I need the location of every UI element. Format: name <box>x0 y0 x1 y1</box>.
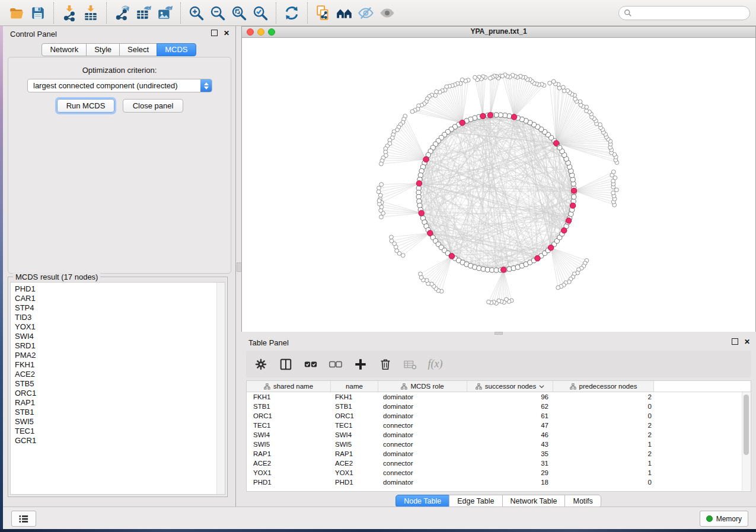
table-row[interactable]: SWI4SWI4dominator462 <box>247 430 751 440</box>
mcds-node-item[interactable]: TEC1 <box>11 427 225 436</box>
import-network-button[interactable] <box>59 2 80 24</box>
mcds-node-item[interactable]: PHD1 <box>11 283 225 294</box>
cell-successor-nodes[interactable]: 61 <box>467 412 553 419</box>
mcds-node-item[interactable]: STB1 <box>11 408 225 417</box>
cell-predecessor-nodes[interactable]: 0 <box>553 412 654 419</box>
network-window-titlebar[interactable]: YPA_prune.txt_1 <box>242 27 755 38</box>
optimization-criterion-select[interactable]: largest connected component (undirected) <box>27 79 212 92</box>
cell-name[interactable]: YOX1 <box>331 469 378 476</box>
export-image-button[interactable] <box>154 2 176 24</box>
cell-successor-nodes[interactable]: 43 <box>467 441 553 448</box>
maximize-window-icon[interactable] <box>268 28 275 36</box>
cell-mcds-role[interactable]: connector <box>378 422 467 429</box>
tab-network[interactable]: Network <box>42 43 87 56</box>
search-input[interactable] <box>636 8 745 18</box>
column-header-name[interactable]: name <box>331 381 378 392</box>
tab-node-table[interactable]: Node Table <box>395 495 449 508</box>
cell-successor-nodes[interactable]: 47 <box>467 422 553 429</box>
close-panel-icon[interactable]: ✕ <box>224 30 229 36</box>
refresh-layout-button[interactable] <box>281 2 302 24</box>
cell-shared-name[interactable]: FKH1 <box>247 393 331 400</box>
cell-mcds-role[interactable]: dominator <box>378 431 467 438</box>
cell-successor-nodes[interactable]: 31 <box>467 460 553 467</box>
cell-mcds-role[interactable]: connector <box>378 441 467 448</box>
column-header-shared-name[interactable]: shared name <box>247 381 331 392</box>
table-row[interactable]: STB1STB1dominator620 <box>247 402 751 411</box>
cell-name[interactable]: ACE2 <box>331 460 378 467</box>
mcds-node-item[interactable]: RAP1 <box>11 398 225 408</box>
cell-name[interactable]: FKH1 <box>331 393 378 400</box>
tab-edge-table[interactable]: Edge Table <box>449 495 502 508</box>
mcds-node-item[interactable]: GCR1 <box>11 436 225 446</box>
hide-selected-button[interactable] <box>355 2 377 24</box>
table-scrollbar[interactable] <box>742 392 750 491</box>
cell-mcds-role[interactable]: connector <box>378 460 467 467</box>
zoom-fit-button[interactable] <box>228 2 250 24</box>
table-row[interactable]: ACE2ACE2connector311 <box>247 459 751 468</box>
column-header-predecessor-nodes[interactable]: predecessor nodes <box>553 381 654 392</box>
cell-predecessor-nodes[interactable]: 2 <box>553 422 654 429</box>
cell-shared-name[interactable]: YOX1 <box>247 469 331 476</box>
network-canvas[interactable] <box>242 38 755 332</box>
mcds-node-item[interactable]: FKH1 <box>11 360 225 370</box>
first-neighbors-button[interactable] <box>334 2 355 24</box>
export-table-button[interactable] <box>133 2 154 24</box>
cell-shared-name[interactable]: STB1 <box>247 403 331 410</box>
table-row[interactable]: YOX1YOX1connector291 <box>247 468 751 477</box>
table-row[interactable]: FKH1FKH1dominator962 <box>247 392 751 402</box>
cell-mcds-role[interactable]: dominator <box>378 403 467 410</box>
add-column-button[interactable] <box>353 357 368 372</box>
table-row[interactable]: TEC1TEC1connector472 <box>247 421 751 430</box>
column-header-MCDS-role[interactable]: MCDS role <box>378 381 467 392</box>
table-row[interactable]: ORC1ORC1dominator610 <box>247 411 751 421</box>
zoom-selected-button[interactable] <box>250 2 271 24</box>
mcds-node-item[interactable]: STP4 <box>11 303 225 313</box>
mcds-node-item[interactable]: ACE2 <box>11 370 225 379</box>
cell-name[interactable]: RAP1 <box>331 450 378 457</box>
deselect-all-button[interactable] <box>328 357 343 372</box>
export-network-button[interactable] <box>111 2 133 24</box>
close-panel-icon[interactable]: ✕ <box>744 339 750 345</box>
cell-successor-nodes[interactable]: 35 <box>467 450 553 457</box>
table-row[interactable]: PHD1PHD1dominator180 <box>247 477 751 487</box>
run-mcds-button[interactable]: Run MCDS <box>57 99 114 113</box>
open-file-button[interactable] <box>6 2 27 24</box>
zoom-in-button[interactable] <box>186 2 207 24</box>
table-row[interactable]: SWI5SWI5connector431 <box>247 440 751 449</box>
vertical-split-divider[interactable] <box>236 26 241 507</box>
network-from-selection-button[interactable] <box>312 2 334 24</box>
cell-predecessor-nodes[interactable]: 2 <box>553 450 654 457</box>
cell-mcds-role[interactable]: dominator <box>378 450 467 457</box>
column-chooser-button[interactable] <box>278 357 294 372</box>
select-all-button[interactable] <box>303 357 318 372</box>
mcds-node-item[interactable]: YOX1 <box>11 322 225 332</box>
zoom-out-button[interactable] <box>207 2 228 24</box>
cell-predecessor-nodes[interactable]: 2 <box>553 393 654 400</box>
import-table-button[interactable] <box>80 2 101 24</box>
mcds-node-item[interactable]: PMA2 <box>11 351 225 360</box>
cell-successor-nodes[interactable]: 96 <box>467 393 553 400</box>
close-panel-button[interactable]: Close panel <box>123 99 183 113</box>
cell-shared-name[interactable]: ORC1 <box>247 412 331 419</box>
cell-shared-name[interactable]: RAP1 <box>247 450 331 457</box>
delete-table-button[interactable] <box>403 357 418 372</box>
mcds-node-item[interactable]: SRD1 <box>11 341 225 351</box>
save-session-button[interactable] <box>27 2 49 24</box>
cell-successor-nodes[interactable]: 18 <box>467 479 553 486</box>
float-panel-icon[interactable] <box>211 30 218 36</box>
cell-successor-nodes[interactable]: 46 <box>467 431 553 438</box>
tab-style[interactable]: Style <box>86 43 120 56</box>
cell-name[interactable]: ORC1 <box>331 412 378 419</box>
cell-successor-nodes[interactable]: 29 <box>467 469 553 476</box>
column-header-successor-nodes[interactable]: successor nodes <box>467 381 553 392</box>
cell-mcds-role[interactable]: dominator <box>378 479 467 486</box>
cell-name[interactable]: SWI4 <box>331 431 378 438</box>
tab-mcds[interactable]: MCDS <box>157 43 196 56</box>
cell-shared-name[interactable]: TEC1 <box>247 422 331 429</box>
cell-shared-name[interactable]: SWI5 <box>247 441 331 448</box>
task-history-button[interactable] <box>11 511 36 527</box>
mcds-node-item[interactable]: CAR1 <box>11 294 225 303</box>
cell-name[interactable]: PHD1 <box>331 479 378 486</box>
cell-shared-name[interactable]: SWI4 <box>247 431 331 438</box>
tab-motifs[interactable]: Motifs <box>564 495 601 508</box>
